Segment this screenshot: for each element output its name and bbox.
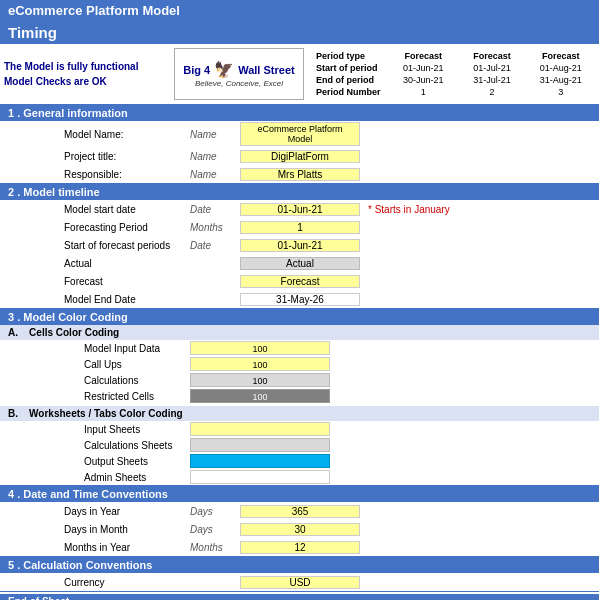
section-timeline-title: Model timeline	[23, 186, 99, 198]
callups-label: Call Ups	[80, 359, 190, 370]
input-sheets-swatch	[190, 422, 330, 436]
admin-sheets-row: Admin Sheets	[0, 469, 599, 485]
section-timeline-number: 2 .	[8, 186, 23, 198]
output-sheets-row: Output Sheets	[0, 453, 599, 469]
days-year-value: 365	[240, 505, 360, 518]
project-title-row: Project title: Name DigiPlatForm	[0, 147, 599, 165]
section-timeline-header: 2 . Model timeline	[0, 184, 599, 200]
status-line2: Model Checks are OK	[4, 74, 164, 89]
output-sheets-label: Output Sheets	[80, 456, 190, 467]
forecast-row: Forecast Forecast	[0, 272, 599, 290]
section-datetime-header: 4 . Date and Time Conventions	[0, 486, 599, 502]
calculations-label: Calculations	[80, 375, 190, 386]
responsible-value: Mrs Platts	[240, 168, 360, 181]
logo-content: Big 4 🦅 Wall Street Believe, Conceive, E…	[183, 60, 294, 88]
timing-section-header: Timing	[0, 21, 599, 44]
calculations-swatch: 100	[190, 373, 330, 387]
period-col3-header: Forecast	[526, 50, 595, 62]
responsible-row: Responsible: Name Mrs Platts	[0, 165, 599, 183]
section-color-title: Model Color Coding	[23, 311, 127, 323]
sub-section-b: B. Worksheets / Tabs Color Coding	[0, 406, 599, 421]
output-sheets-swatch	[190, 454, 330, 468]
model-start-row: Model start date Date 01-Jun-21 * Starts…	[0, 200, 599, 218]
end-period-label: End of period	[314, 74, 389, 86]
days-year-type: Days	[190, 506, 240, 517]
responsible-type: Name	[190, 169, 240, 180]
end-period-col2: 31-Jul-21	[458, 74, 527, 86]
end-period-col1: 30-Jun-21	[389, 74, 458, 86]
restricted-row: Restricted Cells 100	[0, 388, 599, 404]
sub-b-label: B. Worksheets / Tabs Color Coding	[8, 408, 183, 419]
model-start-label: Model start date	[60, 204, 190, 215]
period-number-col1: 1	[389, 86, 458, 98]
sub-section-a: A. Cells Color Coding	[0, 325, 599, 340]
start-forecast-row: Start of forecast periods Date 01-Jun-21	[0, 236, 599, 254]
footer-label: End of Sheet	[8, 596, 69, 600]
days-year-row: Days in Year Days 365	[0, 502, 599, 520]
input-sheets-label: Input Sheets	[80, 424, 190, 435]
section-datetime-number: 4 .	[8, 488, 23, 500]
callups-swatch: 100	[190, 357, 330, 371]
admin-sheets-label: Admin Sheets	[80, 472, 190, 483]
days-year-label: Days in Year	[60, 506, 190, 517]
input-sheets-row: Input Sheets	[0, 421, 599, 437]
section-general-number: 1 .	[8, 107, 23, 119]
timing-label: Timing	[8, 24, 57, 41]
model-start-note: * Starts in January	[360, 204, 599, 215]
status-line1: The Model is fully functional	[4, 59, 164, 74]
callups-row: Call Ups 100	[0, 356, 599, 372]
period-grid: Period type Forecast Forecast Forecast S…	[314, 50, 595, 98]
logo-tagline: Believe, Conceive, Excel	[183, 79, 294, 88]
forecast-label: Forecast	[60, 276, 190, 287]
input-data-row: Model Input Data 100	[0, 340, 599, 356]
section-general-title: General information	[23, 107, 128, 119]
start-period-col1: 01-Jun-21	[389, 62, 458, 74]
days-month-value: 30	[240, 523, 360, 536]
calc-sheets-swatch	[190, 438, 330, 452]
divider-6	[0, 591, 599, 592]
top-info-row: The Model is fully functional Model Chec…	[0, 44, 599, 104]
months-year-type: Months	[190, 542, 240, 553]
forecast-period-value: 1	[240, 221, 360, 234]
months-year-row: Months in Year Months 12	[0, 538, 599, 556]
model-name-value: eCommerce PlatformModel	[240, 122, 360, 146]
months-year-value: 12	[240, 541, 360, 554]
restricted-swatch: 100	[190, 389, 330, 403]
section-calc-header: 5 . Calculation Conventions	[0, 557, 599, 573]
section-color-number: 3 .	[8, 311, 23, 323]
period-number-col2: 2	[458, 86, 527, 98]
start-forecast-type: Date	[190, 240, 240, 251]
forecast-period-label: Forecasting Period	[60, 222, 190, 233]
period-col2-header: Forecast	[458, 50, 527, 62]
actual-value: Actual	[240, 257, 360, 270]
forecast-period-type: Months	[190, 222, 240, 233]
days-month-type: Days	[190, 524, 240, 535]
model-name-type: Name	[190, 129, 240, 140]
start-period-col3: 01-Aug-21	[526, 62, 595, 74]
section-calc-title: Calculation Conventions	[23, 559, 152, 571]
model-start-type: Date	[190, 204, 240, 215]
calculations-row: Calculations 100	[0, 372, 599, 388]
end-period-col3: 31-Aug-21	[526, 74, 595, 86]
forecast-value: Forecast	[240, 275, 360, 288]
admin-sheets-swatch	[190, 470, 330, 484]
period-table: Period type Forecast Forecast Forecast S…	[314, 50, 595, 98]
restricted-label: Restricted Cells	[80, 391, 190, 402]
section-color-header: 3 . Model Color Coding	[0, 309, 599, 325]
section-datetime-title: Date and Time Conventions	[23, 488, 168, 500]
footer: End of Sheet	[0, 594, 599, 600]
period-number-col3: 3	[526, 86, 595, 98]
period-type-label: Period type	[314, 50, 389, 62]
days-month-label: Days in Month	[60, 524, 190, 535]
project-title-label: Project title:	[60, 151, 190, 162]
model-name-label: Model Name:	[60, 129, 190, 140]
start-period-label: Start of period	[314, 62, 389, 74]
start-forecast-label: Start of forecast periods	[60, 240, 190, 251]
model-name-row: Model Name: Name eCommerce PlatformModel	[0, 121, 599, 147]
project-title-type: Name	[190, 151, 240, 162]
start-period-col2: 01-Jul-21	[458, 62, 527, 74]
logo-big4: Big 4	[183, 64, 210, 76]
actual-row: Actual Actual	[0, 254, 599, 272]
model-start-value: 01-Jun-21	[240, 203, 360, 216]
title-bar: eCommerce Platform Model	[0, 0, 599, 21]
